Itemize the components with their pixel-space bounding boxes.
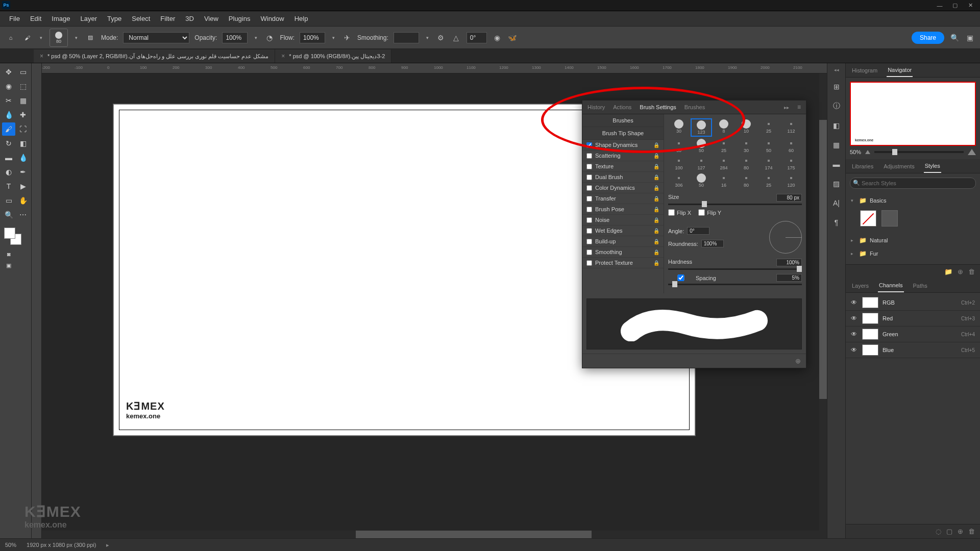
document-tab-1[interactable]: مشکل عدم حساسیت قلم نوری بررسی علل و راه… — [34, 49, 275, 63]
info-icon[interactable]: ⓘ — [831, 101, 842, 111]
menu-select[interactable]: Select — [127, 13, 155, 24]
brush-settings-toggle-icon[interactable]: ▨ — [85, 32, 96, 43]
folder-basics[interactable]: ▾ 📁 Basics — [850, 194, 976, 207]
close-button[interactable]: ✕ — [963, 1, 978, 10]
shape-dynamics-checkbox[interactable] — [586, 142, 592, 148]
type-tool[interactable]: T — [2, 180, 15, 193]
lock-icon[interactable]: 🔒 — [653, 249, 659, 255]
brush-preset[interactable]: 284 — [713, 155, 734, 171]
swatches-icon[interactable]: ▦ — [831, 140, 842, 150]
scattering-checkbox[interactable] — [586, 153, 592, 159]
brush-preset[interactable]: 30 — [668, 118, 690, 137]
tab-paths[interactable]: Paths — [912, 280, 928, 292]
edit-toolbar[interactable]: ⋯ — [16, 208, 30, 221]
brush-preset[interactable]: 123 — [691, 118, 712, 137]
tab-histogram[interactable]: Histogram — [851, 64, 878, 77]
color-swatches[interactable] — [2, 228, 30, 248]
spacing-slider[interactable] — [668, 284, 802, 285]
channel-row[interactable]: 👁 Red Ctrl+3 — [846, 311, 980, 327]
lock-icon[interactable]: 🔒 — [653, 207, 659, 212]
save-selection-icon[interactable]: ▢ — [946, 528, 952, 535]
brush-tool-dropdown[interactable]: ▾ — [38, 35, 44, 40]
brush-preset[interactable]: 112 — [780, 118, 802, 137]
menu-file[interactable]: File — [4, 13, 25, 24]
menu-edit[interactable]: Edit — [25, 13, 46, 24]
menu-3d[interactable]: 3D — [180, 13, 199, 24]
brush-preset[interactable]: 25 — [713, 138, 734, 154]
brush-tip-shape-row[interactable]: Brush Tip Shape — [582, 127, 664, 140]
lock-icon[interactable]: 🔒 — [653, 185, 659, 191]
eyedropper-tool[interactable]: 💧 — [2, 108, 15, 121]
delete-icon[interactable]: 🗑 — [968, 268, 975, 276]
angle-input[interactable] — [467, 32, 487, 43]
angle-input[interactable] — [687, 227, 709, 235]
scrollbar-thumb[interactable] — [819, 120, 827, 399]
channel-row[interactable]: 👁 Blue Ctrl+5 — [846, 342, 980, 358]
brush-preset[interactable]: 306 — [668, 172, 690, 189]
brush-preset[interactable]: 50 — [691, 138, 712, 154]
tab-navigator[interactable]: Navigator — [887, 64, 913, 77]
navigator-zoom-slider[interactable] — [874, 151, 964, 153]
tab-actions[interactable]: Actions — [613, 104, 631, 110]
flip-x-checkbox[interactable]: Flip X — [668, 209, 691, 216]
smoothing-input[interactable] — [394, 32, 419, 43]
brush-preset-picker[interactable]: 80 — [50, 29, 68, 47]
brush-preset-dropdown[interactable]: ▾ — [73, 35, 80, 40]
maximize-button[interactable]: ▢ — [947, 1, 963, 10]
brush-preset[interactable]: 100 — [668, 155, 690, 171]
dodge-tool[interactable]: ◐ — [2, 165, 15, 179]
character-icon[interactable]: A| — [831, 198, 842, 208]
brush-preset[interactable]: 50 — [691, 172, 712, 189]
share-button[interactable]: Share — [912, 32, 944, 44]
zoom-out-icon[interactable] — [865, 150, 870, 154]
brush-preset[interactable]: 80 — [736, 172, 757, 189]
smoothing-gear-icon[interactable]: ⚙ — [436, 33, 446, 43]
menu-window[interactable]: Window — [255, 13, 289, 24]
scattering-row[interactable]: Scattering🔒 — [582, 151, 664, 161]
brush-preset[interactable]: 127 — [691, 155, 712, 171]
styles-search-input[interactable] — [850, 178, 976, 189]
tab-brush-settings[interactable]: Brush Settings — [640, 104, 676, 110]
menu-type[interactable]: Type — [102, 13, 127, 24]
brush-preset[interactable]: 8 — [713, 118, 734, 137]
color-dynamics-row[interactable]: Color Dynamics🔒 — [582, 183, 664, 193]
screen-mode-toggle[interactable]: ▣ — [2, 260, 15, 270]
new-group-icon[interactable]: 📁 — [944, 268, 952, 276]
transfer-row[interactable]: Transfer🔒 — [582, 193, 664, 204]
lock-icon[interactable]: 🔒 — [653, 153, 659, 159]
protect-texture-checkbox[interactable] — [586, 260, 592, 266]
brush-pose-row[interactable]: Brush Pose🔒 — [582, 204, 664, 215]
status-menu-icon[interactable]: ▸ — [106, 542, 109, 548]
transfer-checkbox[interactable] — [586, 196, 592, 202]
properties-icon[interactable]: ⊞ — [831, 82, 842, 92]
crop-tool[interactable]: ✂ — [2, 94, 15, 107]
noise-row[interactable]: Noise🔒 — [582, 215, 664, 226]
opacity-pressure-icon[interactable]: ◔ — [264, 33, 275, 43]
style-swatch[interactable] — [881, 210, 898, 227]
symmetry-icon[interactable]: 🦋 — [507, 33, 518, 43]
brush-pose-checkbox[interactable] — [586, 207, 592, 212]
folder-fur[interactable]: ▸ 📁 Fur — [850, 247, 976, 260]
wet-edges-checkbox[interactable] — [586, 228, 592, 234]
zoom-in-icon[interactable] — [968, 149, 976, 155]
spacing-input[interactable] — [776, 274, 802, 282]
tab-channels[interactable]: Channels — [878, 279, 903, 292]
strip-collapse-icon[interactable]: ◂◂ — [834, 67, 839, 72]
menu-plugins[interactable]: Plugins — [224, 13, 256, 24]
size-pressure-icon[interactable]: ◉ — [492, 33, 502, 43]
lock-icon[interactable]: 🔒 — [653, 228, 659, 234]
scrollbar-thumb[interactable] — [356, 531, 591, 538]
load-selection-icon[interactable]: ◌ — [936, 528, 941, 535]
blur-tool[interactable]: 💧 — [16, 151, 30, 164]
airbrush-icon[interactable]: ✈ — [342, 33, 352, 43]
vertical-scrollbar[interactable] — [819, 73, 827, 538]
navigator-preview[interactable]: kemex.one — [850, 82, 976, 146]
lock-icon[interactable]: 🔒 — [653, 260, 659, 266]
dual-brush-checkbox[interactable] — [586, 174, 592, 180]
panel-collapse-icon[interactable]: ▸▸ — [784, 105, 789, 110]
brush-tool-icon[interactable]: 🖌 — [21, 32, 33, 43]
roundness-input[interactable] — [701, 240, 724, 247]
lock-icon[interactable]: 🔒 — [653, 217, 659, 223]
buildup-row[interactable]: Build-up🔒 — [582, 236, 664, 247]
brush-preset[interactable]: 174 — [758, 155, 779, 171]
